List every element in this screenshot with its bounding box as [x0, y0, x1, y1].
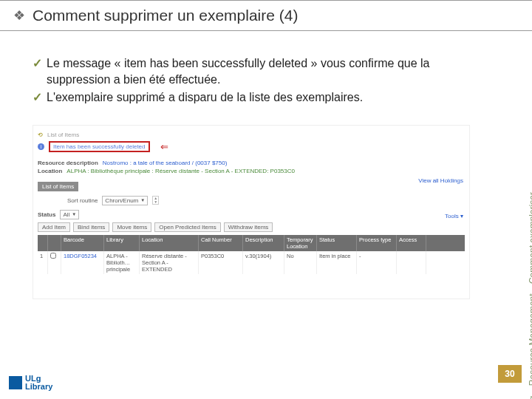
bullet-2-text: L'exemplaire supprimé a disparu de la li… [47, 89, 363, 106]
chevron-down-icon: ▼ [72, 212, 76, 216]
sort-label: Sort routine [67, 197, 98, 204]
info-icon: i [38, 143, 44, 150]
resource-desc-label: Resource description [38, 160, 98, 166]
mock-list-title: List of Items [47, 132, 79, 138]
add-item-button[interactable]: Add Item [38, 222, 70, 232]
slide-title-bar: ❖ Comment supprimer un exemplaire (4) [0, 0, 532, 31]
content-area: ✓ Le message « item has been successfull… [0, 31, 532, 299]
check-icon: ✓ [33, 89, 42, 106]
embedded-screenshot: ⟲List of Items i Item has been successfu… [33, 125, 470, 299]
open-predicted-button[interactable]: Open Predicted Items [154, 222, 220, 232]
logo-text: ULg Library [25, 375, 52, 392]
row-checkbox[interactable] [50, 253, 56, 259]
ulg-logo: ULg Library [9, 375, 52, 392]
location-value: ALPHA : Bibliothèque principale : Réserv… [66, 168, 295, 174]
status-filter-dropdown[interactable]: All▼ [60, 210, 79, 219]
check-icon: ✓ [33, 55, 42, 87]
view-holdings-link[interactable]: View all Holdings [418, 177, 463, 184]
status-filter-label: Status [38, 211, 55, 218]
sort-order-stepper[interactable]: ▲▼ [152, 196, 159, 205]
bind-items-button[interactable]: Bind items [73, 222, 109, 232]
table-row: 1 18DGF05234 ALPHA - Biblioth… principal… [38, 251, 465, 274]
resource-desc-value: Nostromo : a tale of the seaboard / (003… [103, 160, 228, 166]
side-breadcrumb: Alma @ ULg – Resource Management – Comme… [528, 192, 532, 399]
move-items-button[interactable]: Move items [112, 222, 151, 232]
tools-link[interactable]: Tools ▾ [445, 213, 463, 219]
location-label: Location [38, 168, 62, 174]
page-number: 30 [498, 365, 522, 383]
withdraw-items-button[interactable]: Withdraw items [224, 222, 273, 232]
logo-square-icon [9, 376, 22, 389]
sort-dropdown[interactable]: Chron/Enum▼ [102, 196, 148, 205]
bullet-1: ✓ Le message « item has been successfull… [33, 55, 488, 87]
barcode-link[interactable]: 18DGF05234 [61, 251, 104, 274]
items-table-header: Barcode Library Location Call Number Des… [38, 235, 465, 251]
slide-title: Comment supprimer un exemplaire (4) [33, 7, 298, 24]
tab-list-of-items[interactable]: List of Items [38, 182, 78, 191]
bullet-2: ✓ L'exemplaire supprimé a disparu de la … [33, 89, 488, 106]
chevron-down-icon: ▼ [140, 198, 145, 202]
bullet-1-text: Le message « item has been successfully … [47, 55, 488, 87]
highlight-arrow-icon: ⇐ [160, 141, 168, 152]
bullet-diamond-icon: ❖ [13, 7, 25, 24]
success-message: Item has been successfully deleted [49, 141, 150, 152]
